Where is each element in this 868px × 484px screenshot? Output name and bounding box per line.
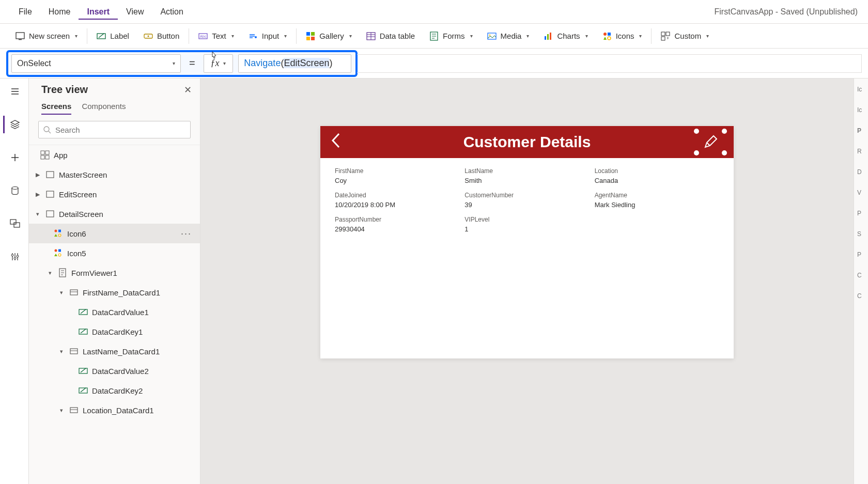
rail-hamburger[interactable] (3, 83, 26, 100)
ribbon-gallery[interactable]: Gallery ▾ (299, 32, 359, 41)
chevron-down-icon[interactable]: ▾ (58, 348, 65, 355)
svg-rect-33 (661, 32, 665, 36)
ribbon-data-table[interactable]: Data table (359, 32, 422, 41)
tree-node-edit[interactable]: ▶ EditScreen (29, 184, 200, 204)
rail-tree-view[interactable] (3, 116, 26, 133)
menu-home[interactable]: Home (40, 4, 79, 20)
properties-panel-edge[interactable]: Ic Ic P R D V P S P C C (854, 79, 868, 484)
prop-hint: C (857, 292, 865, 300)
datacard-icon (69, 288, 79, 297)
edit-icon-selected[interactable] (696, 131, 724, 153)
rail-data[interactable] (3, 182, 26, 199)
field-label: CustomerNumber (464, 192, 589, 199)
selection-handle[interactable] (722, 129, 727, 134)
tree-label: EditScreen (59, 190, 97, 199)
chevron-down-icon[interactable]: ▾ (34, 211, 41, 217)
chevron-right-icon[interactable]: ▶ (34, 171, 41, 178)
tree-node-formviewer[interactable]: ▾ FormViewer1 (29, 263, 200, 283)
svg-rect-65 (58, 249, 61, 252)
screen-icon (45, 209, 55, 218)
tree-node-dcv2[interactable]: DataCardValue2 (29, 361, 200, 381)
ribbon-forms-label: Forms (443, 32, 465, 40)
rail-advanced[interactable] (3, 248, 26, 266)
chevron-down-icon[interactable]: ▾ (58, 407, 65, 414)
formula-input-rest[interactable] (357, 54, 862, 73)
formula-bar: OnSelect ▾ = ƒx ▾ Navigate(EditScreen) (0, 49, 868, 79)
ribbon-text[interactable]: Abc Text ▾ (191, 32, 241, 41)
svg-rect-15 (311, 37, 315, 40)
tree-node-detail[interactable]: ▾ DetailScreen (29, 204, 200, 224)
rail-insert[interactable] (3, 149, 26, 166)
tree-node-loc-card[interactable]: ▾ Location_DataCard1 (29, 400, 200, 420)
svg-point-60 (55, 230, 57, 232)
ribbon-new-screen[interactable]: New screen ▾ (8, 32, 85, 41)
ribbon-button[interactable]: Button (136, 32, 187, 41)
ribbon-charts[interactable]: Charts ▾ (536, 32, 595, 41)
tree-node-dck1[interactable]: DataCardKey1 (29, 322, 200, 341)
svg-line-81 (81, 368, 86, 372)
tree-label: App (54, 151, 68, 160)
svg-point-11 (255, 36, 257, 38)
search-input[interactable] (55, 126, 186, 134)
ribbon-label[interactable]: Label (89, 32, 136, 41)
fx-button[interactable]: ƒx ▾ (204, 54, 234, 73)
menu-file[interactable]: File (10, 4, 40, 20)
detail-screen[interactable]: Customer Details FirstName Coy LastName … (320, 126, 734, 358)
label-ctrl-icon (79, 386, 88, 395)
close-icon[interactable]: ✕ (184, 84, 192, 96)
tree-node-master[interactable]: ▶ MasterScreen (29, 165, 200, 184)
label-icon (97, 32, 106, 41)
tree-node-ln-card[interactable]: ▾ LastName_DataCard1 (29, 341, 200, 361)
ribbon-forms[interactable]: Forms ▾ (422, 32, 480, 41)
menu-view[interactable]: View (118, 4, 152, 20)
field-value: Smith (464, 177, 589, 184)
field-label: FirstName (335, 167, 459, 175)
button-icon (144, 32, 153, 41)
more-icon[interactable]: ··· (181, 228, 195, 239)
chevron-down-icon[interactable]: ▾ (58, 289, 65, 296)
menu-insert[interactable]: Insert (79, 4, 118, 20)
menu-bar: File Home Insert View Action FirstCanvas… (0, 0, 868, 24)
svg-rect-12 (306, 32, 310, 36)
svg-line-77 (81, 329, 86, 333)
svg-rect-61 (58, 230, 61, 232)
tab-screens[interactable]: Screens (41, 102, 71, 115)
svg-point-67 (58, 254, 61, 256)
selection-handle[interactable] (694, 150, 699, 155)
property-selector[interactable]: OnSelect ▾ (11, 54, 181, 73)
svg-rect-78 (70, 349, 78, 354)
field-customernumber: CustomerNumber 39 (464, 192, 589, 209)
tree-node-icon5[interactable]: Icon5 (29, 243, 200, 263)
menu-action[interactable]: Action (152, 4, 191, 20)
chevron-down-icon[interactable]: ▾ (47, 270, 54, 276)
back-icon[interactable] (330, 132, 343, 153)
ribbon-custom[interactable]: + Custom ▾ (654, 32, 716, 41)
tab-components[interactable]: Components (82, 102, 126, 115)
ribbon-new-screen-label: New screen (29, 32, 70, 40)
selection-handle[interactable] (694, 129, 699, 134)
ribbon-icons[interactable]: Icons ▾ (595, 32, 649, 41)
tree-label: FirstName_DataCard1 (83, 288, 160, 297)
tree-node-fn-card[interactable]: ▾ FirstName_DataCard1 (29, 283, 200, 302)
tree-node-app[interactable]: App (29, 145, 200, 165)
charts-icon (544, 32, 553, 41)
tree-title: Tree view (41, 84, 88, 96)
ribbon-media[interactable]: Media ▾ (480, 32, 537, 41)
svg-point-5 (147, 35, 149, 37)
search-box[interactable] (38, 121, 191, 138)
canvas[interactable]: Customer Details FirstName Coy LastName … (200, 79, 854, 484)
screen-icon (45, 190, 55, 199)
formula-input[interactable]: Navigate(EditScreen) (238, 54, 351, 73)
ribbon-input[interactable]: Input ▾ (241, 32, 294, 41)
svg-rect-55 (41, 155, 44, 159)
svg-rect-56 (45, 155, 49, 159)
tree-node-dcv1[interactable]: DataCardValue1 (29, 302, 200, 322)
field-firstname: FirstName Coy (335, 167, 459, 184)
tree-node-icon6[interactable]: Icon6 ··· (29, 224, 200, 243)
chevron-right-icon[interactable]: ▶ (34, 191, 41, 198)
svg-rect-84 (70, 408, 78, 413)
selection-handle[interactable] (722, 150, 727, 155)
svg-rect-34 (666, 32, 670, 36)
rail-media[interactable] (3, 215, 26, 232)
tree-node-dck2[interactable]: DataCardKey2 (29, 381, 200, 400)
